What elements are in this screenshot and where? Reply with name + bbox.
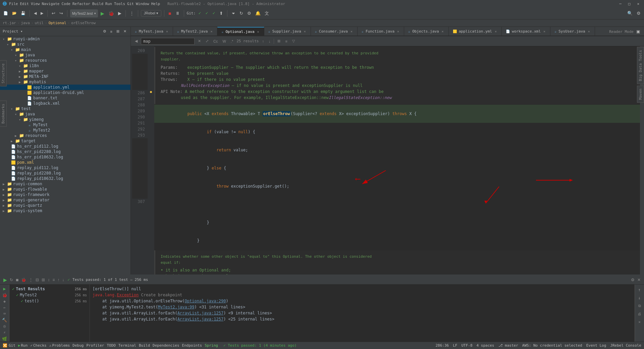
- tree-item-replay-pid2280[interactable]: 📄replay_pid2280.log: [0, 170, 130, 176]
- cursor-position[interactable]: 286:36: [435, 343, 449, 348]
- window-menu-title[interactable]: Window: [136, 2, 149, 6]
- settings-gear-button[interactable]: ⚙: [635, 9, 642, 17]
- run-config-dropdown[interactable]: MyTest2.test ▾: [70, 9, 98, 17]
- indent-label[interactable]: 4 spaces: [477, 343, 494, 348]
- tab-objects-java[interactable]: ☕ Objects.java ✕: [404, 27, 449, 36]
- tab-close-workspace[interactable]: ✕: [543, 29, 546, 34]
- run-stop-button[interactable]: ■: [15, 277, 19, 283]
- encoding[interactable]: UTF-8: [461, 343, 472, 348]
- arraylist-link-2[interactable]: ArrayList.java:1257: [177, 317, 223, 321]
- tree-item-hs-err-pid112[interactable]: 📄hs_err_pid112.log: [0, 144, 130, 149]
- tree-item-logback-xml[interactable]: 📄logback.xml: [0, 101, 130, 106]
- run-menu-title[interactable]: Run: [105, 2, 112, 6]
- run-with-coverage-button[interactable]: ▶: [117, 9, 123, 17]
- bottom-todo-icon[interactable]: ✏: [1, 305, 8, 310]
- bookmarks-tab[interactable]: Bookmarks: [0, 101, 7, 127]
- terminal-label[interactable]: Terminal: [118, 343, 136, 348]
- code-area[interactable]: Return the contained value, if present, …: [154, 46, 640, 275]
- optional-link[interactable]: Optional.java:290: [185, 299, 226, 303]
- minimize-button[interactable]: ─: [617, 1, 624, 7]
- tree-item-pom[interactable]: 🟨pom.xml: [0, 160, 130, 165]
- test-item-mytest2[interactable]: ✓ MyTest2 256 ms: [11, 292, 88, 298]
- tree-item-application-yml[interactable]: 🟨application.yml: [0, 85, 130, 90]
- help-menu-title[interactable]: Help: [151, 2, 160, 6]
- tab-close-sysuser[interactable]: ✕: [587, 29, 591, 34]
- tab-close-optional[interactable]: ✕: [257, 30, 260, 34]
- console-scroll-up[interactable]: ↑: [636, 286, 643, 293]
- tree-item-application-druid-yml[interactable]: 🟨application-druid.yml: [0, 90, 130, 95]
- debug-button[interactable]: 🐞: [107, 9, 115, 17]
- tree-item-test-java[interactable]: ▾📁java: [0, 111, 130, 117]
- tree-item-resources[interactable]: ▾📁resources: [0, 58, 130, 63]
- jrebel-button[interactable]: JRebel ▾: [141, 10, 161, 16]
- console-print-button[interactable]: 🖨: [636, 310, 643, 317]
- build-menu-title[interactable]: Build: [92, 2, 103, 6]
- profiler-label[interactable]: Profiler: [86, 343, 104, 348]
- tab-application-yml[interactable]: 🟨 application.yml ✕: [449, 27, 502, 36]
- tree-item-test[interactable]: ▾📁test: [0, 106, 130, 111]
- tree-item-i18n[interactable]: ▾📁i18n: [0, 63, 130, 68]
- test-item-test[interactable]: ✓ test() 256 ms: [11, 298, 88, 304]
- dependencies-label[interactable]: Dependencies: [153, 343, 179, 348]
- tree-item-mybatis[interactable]: ▶📁mybatis: [0, 79, 130, 85]
- search-back-button[interactable]: ◀: [133, 38, 139, 44]
- tree-item-mytest[interactable]: ☕MyTest: [0, 122, 130, 128]
- close-button[interactable]: ✕: [635, 1, 641, 7]
- bottom-dep-icon[interactable]: ◎: [1, 323, 8, 329]
- checks-label[interactable]: ✓ Checks: [30, 343, 46, 348]
- tree-item-metainf[interactable]: ▶📁META-INF: [0, 74, 130, 79]
- maximize-button[interactable]: □: [626, 1, 633, 7]
- search-expand-button[interactable]: ⤢: [204, 38, 210, 44]
- tree-item-mytest2[interactable]: ☕MyTest2: [0, 128, 130, 133]
- search-options-button[interactable]: ≡: [284, 39, 288, 44]
- git-check-button[interactable]: ✓: [197, 9, 203, 17]
- reader-mode-toggle[interactable]: ▣: [635, 28, 641, 36]
- tree-item-ruoyi-generator[interactable]: ▶📁ruoyi-generator: [0, 197, 130, 203]
- git-branch[interactable]: ⎇ master: [498, 343, 518, 348]
- bottom-bar-git[interactable]: 🔀 Git: [3, 343, 15, 348]
- endpoints-label[interactable]: Endpoints: [182, 343, 202, 348]
- tab-close-mytest2[interactable]: ✕: [210, 29, 213, 34]
- run-play-button[interactable]: ▶: [3, 277, 8, 283]
- navigate-menu-title[interactable]: Navigate: [42, 2, 60, 6]
- open-button[interactable]: 📂: [11, 9, 18, 17]
- tree-item-ruoyi-framework[interactable]: ▶📁ruoyi-framework: [0, 192, 130, 197]
- redo-button[interactable]: ↪: [58, 9, 64, 17]
- refactor-menu-title[interactable]: Refactor: [72, 2, 90, 6]
- run-collapse-button[interactable]: ⊟: [35, 277, 40, 283]
- problems-label[interactable]: ⚠ Problems: [49, 343, 70, 348]
- tab-close-consumer[interactable]: ✕: [350, 29, 353, 34]
- run-status-label[interactable]: ▶ Run: [18, 343, 28, 348]
- tab-mytest-java[interactable]: ☕ MyTest.java ✕: [131, 27, 173, 36]
- tree-item-yimeng[interactable]: ▾📁yimeng: [0, 117, 130, 122]
- tab-workspace-xml[interactable]: 📄 workspace.xml ✕: [502, 27, 550, 36]
- structure-tab[interactable]: Structure: [0, 60, 7, 87]
- settings-button[interactable]: ⚙: [246, 9, 253, 17]
- tab-consumer-java[interactable]: ☕ Consumer.java ✕: [311, 27, 358, 36]
- maven-vtab[interactable]: Maven: [637, 86, 644, 103]
- tab-close-function[interactable]: ✕: [396, 29, 400, 34]
- tree-item-ruoyi-quartz[interactable]: ▶📁ruoyi-quartz: [0, 203, 130, 208]
- tab-function-java[interactable]: ☕ Function.java ✕: [358, 27, 404, 36]
- bottom-terminal-icon[interactable]: ⌨: [1, 311, 8, 317]
- git-menu-title[interactable]: Git: [127, 2, 134, 6]
- search-close-button[interactable]: ✕: [197, 38, 202, 44]
- breadcrumb-java[interactable]: java: [21, 21, 30, 25]
- debug-label[interactable]: Debug: [72, 343, 84, 348]
- pause-button[interactable]: ⏸: [174, 9, 181, 17]
- sidebar-settings-button[interactable]: ⚙: [102, 28, 108, 36]
- edit-menu-title[interactable]: Edit: [20, 2, 29, 6]
- run-toggle-tests-button[interactable]: ⋮: [28, 277, 34, 283]
- run-settings-button[interactable]: ⚙: [630, 277, 635, 283]
- console-scroll-down[interactable]: ↓: [636, 294, 643, 301]
- stop-button[interactable]: ■: [167, 9, 172, 17]
- tab-close-appyml[interactable]: ✕: [494, 29, 497, 34]
- tree-item-ruoyi-admin[interactable]: ▾📁ruoyi-admin: [0, 36, 130, 42]
- run-button[interactable]: ▶: [99, 9, 106, 17]
- view-menu-title[interactable]: View: [31, 2, 40, 6]
- tree-item-target[interactable]: ▶📁target: [0, 138, 130, 144]
- search-next-button[interactable]: ↓: [267, 39, 272, 44]
- run-expand-button[interactable]: ⊞: [41, 277, 46, 283]
- save-button[interactable]: 💾: [19, 9, 27, 17]
- search-case-button[interactable]: Cc: [212, 39, 219, 44]
